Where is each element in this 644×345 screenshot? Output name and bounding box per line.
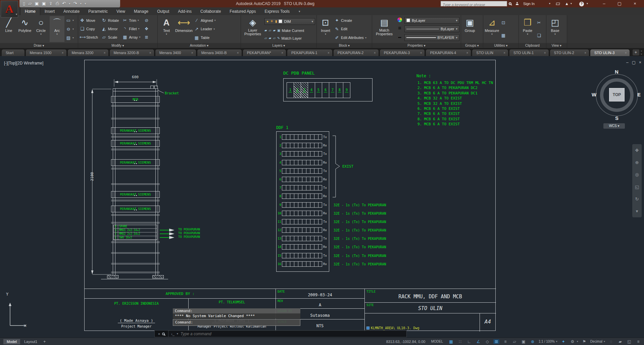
trim-button[interactable]: ✂Trim▾ [122,18,140,23]
object-snap-icon[interactable]: ⊞ [493,339,499,344]
share-icon[interactable]: ⇪ [49,0,53,7]
ribbon-tab[interactable]: Collaborate [196,8,225,15]
text-button[interactable]: A Text ▾ [159,16,174,42]
command-search-icon[interactable] [162,332,165,336]
annotation-visibility-icon[interactable]: ✦ [560,339,566,344]
units-dropdown-icon[interactable]: ▾ [604,340,605,343]
restore-button[interactable]: ▢ [615,1,624,7]
command-close-icon[interactable]: × [158,332,160,336]
model-space-canvas[interactable]: [-][Top][2D Wireframe] – ▢ × [0,56,644,338]
new-file-icon[interactable]: ▯ [23,0,25,7]
undo-icon[interactable]: ↶ [62,0,66,7]
ellipse-button[interactable]: ⊖▾ [66,27,74,32]
workspace-gear-icon[interactable]: ⚙ [569,339,576,344]
workspace-dropdown-icon[interactable]: ▾ [577,340,578,343]
explode-button[interactable]: ❖ [144,26,149,31]
tab-close-icon[interactable]: × [104,51,106,55]
drawing-tab[interactable]: PEKAPURAN-2 × [333,49,379,56]
tab-close-icon[interactable]: × [584,51,586,55]
fillet-button[interactable]: ◝Fillet▾ [122,26,140,31]
linetype-select[interactable]: ByLayer ▾ [404,26,459,32]
sign-in-button[interactable]: Sign In [522,1,536,7]
clean-screen-icon[interactable]: ◱ [626,339,632,344]
plot-icon[interactable]: ⎙ [56,0,59,7]
tab-close-icon[interactable]: × [466,51,468,55]
mirror-button[interactable]: ◭Mirror [101,26,119,31]
draw-panel-label[interactable]: Draw ▾ [0,43,78,48]
layer-properties-button[interactable]: ◈ Layer Properties [242,16,263,42]
measure-dropdown-icon[interactable]: ▾ [491,33,493,36]
drawing-tab[interactable]: PEKAPURAN-3 × [380,49,425,56]
aligned-button[interactable]: ∕Aligned▾ [194,18,216,23]
polar-tracking-icon[interactable]: ∠ [475,339,481,344]
drawing-tab[interactable]: Menara 1500 × [26,49,67,56]
isodraft-icon[interactable]: ◇ [484,339,490,344]
drawing-tab[interactable]: Menara 3200-B × [109,49,154,56]
application-menu-button[interactable]: A ▾ [1,1,18,17]
drawing-tab[interactable]: Menara 3400 × [155,49,196,56]
layers-panel-label[interactable]: Layers ▾ [241,43,317,48]
wcs-menu[interactable]: WCS ▾ [603,123,625,129]
edit-attributes-button[interactable]: ✐Edit Attributes▾ [334,35,366,40]
model-space-indicator[interactable]: MODEL [431,340,443,343]
navbar-more-icon[interactable]: ▾ [636,209,638,214]
copy-button[interactable]: ❏Copy [80,26,98,31]
ribbon-tab[interactable]: Output [153,8,174,15]
transparency-icon[interactable]: ▱ [511,339,517,344]
erase-button[interactable]: ⊘ [144,18,149,23]
layout1-tab[interactable]: Layout1 [21,339,40,344]
annotation-scale[interactable]: 1:1 / 100% [539,340,555,343]
insert-button[interactable]: ⊡ Insert ▾ [318,16,333,42]
drawing-tab[interactable]: PEKAPURAN-1 × [287,49,333,56]
drawing-tab[interactable]: STO ULIN-3 × [590,49,630,56]
dynamic-input-icon[interactable]: ⊕ [530,339,536,344]
new-drawing-button[interactable]: + [633,49,639,55]
ribbon-tab[interactable]: Insert [40,8,59,15]
properties-panel-label[interactable]: Properties ▾ [372,43,461,48]
steeringwheel-icon[interactable]: ◱ [635,184,639,189]
help-icon[interactable]: ? [579,1,584,7]
layer-select[interactable]: ● ☀ ▮ DIM ▾ [264,18,315,25]
lineweight-select[interactable]: BYLAYER ▾ [404,34,459,41]
drawing-tab[interactable]: Menara 3200 × [67,49,109,56]
help-dropdown-icon[interactable]: ▾ [587,1,588,7]
tab-close-icon[interactable]: × [237,51,239,55]
customization-icon[interactable]: ≡ [635,339,641,344]
qat-more-icon[interactable]: ▾ [85,0,86,7]
scale-button[interactable]: ▱Scale [101,35,119,40]
close-button[interactable]: × [630,1,640,7]
viewcube-top[interactable]: TOP [609,88,625,101]
ribbon-tab[interactable]: View [112,8,130,15]
help-search-box[interactable] [441,1,507,6]
units-value[interactable]: Decimal [590,340,602,343]
dimension-button[interactable]: ⟷ Dimension [175,16,193,42]
redo-dropdown-icon[interactable]: ▾ [80,0,82,7]
graphics-performance-icon[interactable]: ▰ [617,339,623,344]
annotation-panel-label[interactable]: Annotation ▾ [158,43,241,48]
tab-close-icon[interactable]: × [62,51,64,55]
autodesk-a-icon[interactable]: ▲ [565,1,569,7]
table-button[interactable]: ▦Table [194,35,216,40]
doc-minimize-icon[interactable]: – [626,60,629,65]
polyline-button[interactable]: ∿ Polyline [17,16,32,42]
arc-dropdown-icon[interactable]: ▾ [56,33,58,36]
paste-dropdown-icon[interactable]: ▾ [527,33,528,36]
tab-close-icon[interactable]: × [503,51,505,55]
compass-north[interactable]: N [615,69,618,75]
drawing-tab[interactable]: PEKAPURAN-4 × [426,49,471,56]
search-icon[interactable] [509,1,511,7]
save-icon[interactable]: ▣ [35,0,39,7]
save-as-icon[interactable]: ▣ [42,0,46,7]
annotation-monitor-icon[interactable]: ⚑ [581,339,587,344]
viewport-controls[interactable]: [-][Top][2D Wireframe] [4,61,43,66]
hatch-button[interactable]: ▨▾ [66,35,74,40]
line-button[interactable]: ╱ Line [1,16,16,42]
circle-button[interactable]: ○ Circle ▾ [34,16,48,42]
drawing-tab[interactable]: Start × [1,49,25,56]
rewind-icon[interactable]: ↻ [635,197,639,202]
tab-overflow-icon[interactable]: ⌄⌄ [640,49,643,55]
tab-close-icon[interactable]: × [149,51,151,55]
zoom-icon[interactable]: ⊕ [635,160,639,165]
groups-panel-label[interactable]: Groups ▾ [461,43,483,48]
lineweight-display-icon[interactable]: ≡ [502,339,508,344]
